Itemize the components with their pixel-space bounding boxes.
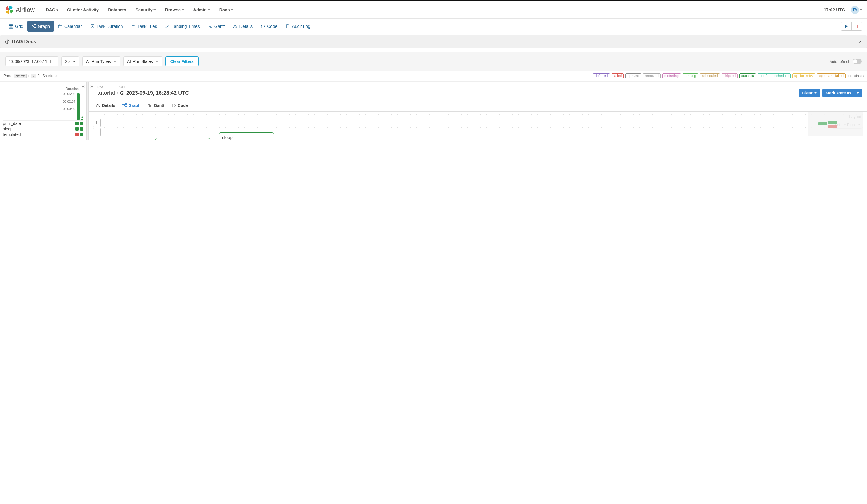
pane-resize-handle[interactable] — [86, 82, 89, 140]
legend-up_for_retry[interactable]: up_for_retry — [792, 73, 815, 78]
airflow-pinwheel-icon — [4, 5, 14, 14]
gantt-icon — [208, 24, 213, 29]
zoom-in-button[interactable]: + — [93, 119, 101, 127]
auto-refresh-label: Auto-refresh — [829, 60, 850, 64]
mark-state-button[interactable]: Mark state as... — [822, 89, 863, 97]
info-icon — [5, 40, 10, 44]
breadcrumb-run-time[interactable]: 2023-09-19, 16:28:42 UTC — [126, 90, 189, 96]
legend-removed[interactable]: removed — [643, 73, 661, 78]
breadcrumb-dag-name[interactable]: tutorial — [97, 90, 115, 96]
left-pane: « Duration 00:05:08 00:02:34 00:00:00 pr… — [0, 82, 86, 140]
nav-dags[interactable]: DAGs — [42, 4, 62, 15]
task-row-sleep[interactable]: sleep — [3, 126, 83, 131]
graph-node-print-date[interactable]: print_date success BashOperator — [155, 138, 210, 140]
nav-security[interactable]: Security — [131, 4, 160, 15]
code-icon — [261, 24, 265, 29]
tab-calendar[interactable]: Calendar — [54, 21, 86, 32]
tab-grid[interactable]: Grid — [4, 21, 27, 32]
axis-tick: 00:02:34 — [63, 100, 75, 103]
status-square[interactable] — [75, 127, 79, 131]
run-button[interactable] — [841, 22, 852, 30]
subtab-graph[interactable]: Graph — [120, 100, 143, 111]
status-square[interactable] — [80, 133, 83, 136]
legend-upstream_failed[interactable]: upstream_failed — [817, 73, 846, 78]
legend-no-status: no_status — [848, 74, 864, 78]
filter-bar: 19/09/2023, 17:00:11 25 All Run Types Al… — [0, 52, 867, 71]
tab-audit-log[interactable]: Audit Log — [281, 21, 314, 32]
graph-node-sleep[interactable]: sleep success BashOperator — [219, 132, 274, 140]
nav-cluster-activity[interactable]: Cluster Activity — [63, 4, 103, 15]
tab-task-duration[interactable]: Task Duration — [86, 21, 127, 32]
minimap-node — [828, 125, 837, 128]
run-states-select[interactable]: All Run States — [124, 56, 162, 66]
status-square[interactable] — [80, 122, 83, 125]
status-square[interactable] — [75, 133, 79, 136]
graph-canvas[interactable]: Layout: Left -> Right print_date success… — [89, 111, 867, 140]
svg-line-31 — [124, 104, 125, 105]
svg-rect-0 — [9, 24, 13, 29]
chevron-down-icon — [857, 40, 862, 44]
legend-restarting[interactable]: restarting — [662, 73, 681, 78]
svg-rect-5 — [32, 25, 33, 26]
chevron-down-icon — [153, 9, 156, 10]
legend-deferred[interactable]: deferred — [593, 73, 610, 78]
tab-graph[interactable]: Graph — [27, 21, 54, 32]
run-bar-2[interactable] — [81, 116, 83, 120]
zoom-out-button[interactable]: − — [93, 128, 101, 136]
nav-docs[interactable]: Docs — [215, 4, 237, 15]
status-square[interactable] — [75, 122, 79, 125]
svg-line-32 — [124, 105, 125, 107]
tab-details[interactable]: Details — [229, 21, 257, 32]
tab-landing-times[interactable]: Landing Times — [161, 21, 204, 32]
legend-queued[interactable]: queued — [625, 73, 641, 78]
chevron-down-icon — [860, 9, 863, 10]
clear-button[interactable]: Clear — [799, 89, 820, 97]
task-row-print-date[interactable]: print_date — [3, 120, 83, 126]
legend-scheduled[interactable]: scheduled — [700, 73, 720, 78]
datetime-picker[interactable]: 19/09/2023, 17:00:11 — [5, 56, 58, 66]
task-list: print_date sleep templated — [3, 120, 83, 137]
subtab-gantt[interactable]: Gantt — [145, 100, 167, 111]
legend-failed[interactable]: failed — [612, 73, 624, 78]
code-icon — [171, 103, 176, 108]
svg-line-9 — [33, 25, 34, 28]
schedule-icon — [120, 91, 125, 95]
axis-tick: 00:00:00 — [63, 107, 75, 111]
status-square[interactable] — [80, 127, 83, 131]
page-size-select[interactable]: 25 — [61, 56, 79, 66]
minimap[interactable] — [808, 111, 863, 136]
clear-filters-button[interactable]: Clear Filters — [165, 56, 199, 66]
nav-datasets[interactable]: Datasets — [104, 4, 130, 15]
nav-browse[interactable]: Browse — [161, 4, 188, 15]
tab-gantt[interactable]: Gantt — [204, 21, 229, 32]
breadcrumb-dag-label: DAG — [97, 85, 105, 89]
legend-up_for_reschedule[interactable]: up_for_reschedule — [758, 73, 790, 78]
collapse-left-button[interactable]: « — [82, 83, 85, 89]
auto-refresh-toggle[interactable] — [853, 59, 862, 64]
landing-icon — [165, 24, 170, 29]
minimap-node — [818, 122, 827, 125]
subtab-details[interactable]: Details — [93, 100, 118, 111]
nav-admin[interactable]: Admin — [189, 4, 214, 15]
legend-row: Press shift + / for Shortcuts deferredfa… — [0, 71, 867, 82]
legend-success[interactable]: success — [739, 73, 756, 78]
legend-skipped[interactable]: skipped — [721, 73, 738, 78]
run-types-select[interactable]: All Run Types — [82, 56, 120, 66]
kbd-shift: shift — [14, 74, 26, 78]
tab-task-tries[interactable]: Task Tries — [127, 21, 161, 32]
subtab-code[interactable]: Code — [169, 100, 190, 111]
user-menu[interactable]: TA — [851, 6, 863, 14]
tab-code[interactable]: Code — [257, 21, 281, 32]
run-bar-1[interactable] — [77, 93, 79, 120]
warning-icon — [233, 24, 237, 29]
navbar: Airflow DAGs Cluster Activity Datasets S… — [0, 1, 867, 19]
delete-button[interactable] — [852, 22, 862, 30]
dag-docs-expander[interactable]: DAG Docs — [0, 35, 867, 49]
chevron-down-icon — [182, 9, 184, 10]
legend-running[interactable]: running — [683, 73, 698, 78]
chevron-down-icon — [231, 9, 233, 10]
expand-right-button[interactable]: » — [90, 83, 93, 89]
task-row-templated[interactable]: templated — [3, 131, 83, 137]
chevron-down-icon — [156, 61, 159, 62]
logo[interactable]: Airflow — [4, 5, 35, 14]
